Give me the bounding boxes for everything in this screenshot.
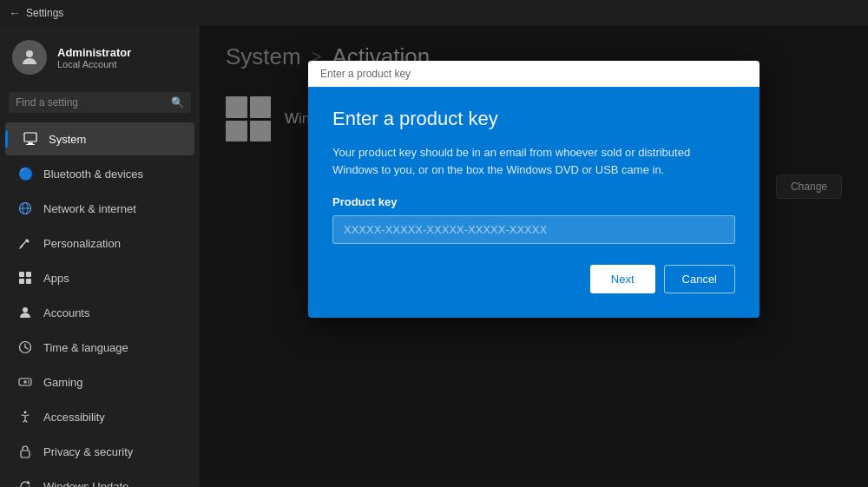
- sidebar-item-bluetooth-label: Bluetooth & devices: [43, 168, 143, 181]
- svg-rect-11: [26, 272, 31, 277]
- sidebar-item-gaming-label: Gaming: [43, 376, 83, 389]
- sidebar-item-system-label: System: [49, 133, 86, 146]
- active-indicator: [5, 130, 8, 148]
- cancel-button[interactable]: Cancel: [664, 265, 735, 293]
- svg-line-9: [20, 246, 23, 248]
- svg-rect-13: [26, 279, 31, 284]
- sidebar-item-personalization[interactable]: Personalization: [5, 227, 194, 260]
- sidebar-item-bluetooth-wrapper: 🔵 Bluetooth & devices: [0, 156, 200, 191]
- sidebar-item-accounts-wrapper: Accounts: [0, 295, 200, 330]
- svg-point-21: [28, 380, 30, 382]
- svg-point-0: [26, 50, 33, 57]
- product-key-label: Product key: [332, 195, 735, 208]
- svg-point-23: [24, 411, 27, 414]
- sidebar-item-accessibility-label: Accessibility: [43, 411, 105, 424]
- back-icon[interactable]: ←: [9, 6, 21, 20]
- svg-line-17: [25, 347, 28, 349]
- accessibility-icon: [17, 409, 33, 424]
- dialog-titlebar-text: Enter a product key: [320, 68, 411, 80]
- sidebar-item-privacy[interactable]: Privacy & security: [5, 435, 194, 468]
- content-area: System > Activation Windows 11 Pro Educa…: [200, 26, 868, 487]
- system-icon: [23, 131, 38, 147]
- svg-rect-3: [26, 144, 35, 145]
- svg-rect-24: [21, 451, 30, 457]
- title-bar-label: Settings: [26, 7, 63, 19]
- svg-rect-2: [28, 142, 33, 144]
- dialog-title: Enter a product key: [332, 108, 735, 130]
- sidebar-item-update-label: Windows Update: [43, 480, 128, 488]
- dialog-description: Your product key should be in an email f…: [332, 144, 735, 178]
- sidebar-item-personalization-wrapper: Personalization: [0, 226, 200, 260]
- gaming-icon: [17, 374, 33, 390]
- avatar: [12, 40, 47, 75]
- search-input[interactable]: [16, 96, 166, 109]
- accounts-icon: [17, 305, 33, 320]
- sidebar-item-system-wrapper: System: [0, 122, 200, 156]
- product-key-input[interactable]: [332, 215, 735, 244]
- sidebar-item-apps[interactable]: Apps: [5, 261, 194, 294]
- next-button[interactable]: Next: [590, 265, 655, 293]
- search-icon: 🔍: [171, 96, 184, 109]
- sidebar-item-accounts[interactable]: Accounts: [5, 296, 194, 329]
- svg-point-14: [23, 307, 28, 313]
- sidebar-item-gaming-wrapper: Gaming: [0, 365, 200, 399]
- sidebar-item-network-wrapper: Network & internet: [0, 191, 200, 226]
- search-box[interactable]: 🔍: [9, 92, 191, 113]
- sidebar-item-update-wrapper: Windows Update: [0, 469, 200, 487]
- sidebar-item-accounts-label: Accounts: [43, 306, 89, 319]
- sidebar-item-bluetooth[interactable]: 🔵 Bluetooth & devices: [5, 157, 194, 190]
- dialog-overlay: Enter a product key Enter a product key …: [200, 26, 868, 487]
- bluetooth-icon: 🔵: [17, 166, 33, 181]
- product-key-dialog: Enter a product key Enter a product key …: [308, 61, 760, 318]
- sidebar-item-apps-wrapper: Apps: [0, 260, 200, 295]
- sidebar-item-gaming[interactable]: Gaming: [5, 365, 194, 398]
- user-role: Local Account: [57, 59, 131, 69]
- user-section: Administrator Local Account: [0, 26, 200, 89]
- user-name: Administrator: [57, 46, 131, 59]
- sidebar-item-time-label: Time & language: [43, 341, 128, 354]
- sidebar-item-update[interactable]: Windows Update: [5, 470, 194, 487]
- title-bar: ← Settings: [0, 0, 868, 26]
- personalization-icon: [17, 235, 33, 251]
- svg-point-22: [28, 382, 30, 384]
- sidebar-item-network[interactable]: Network & internet: [5, 192, 194, 225]
- sidebar-item-apps-label: Apps: [43, 272, 69, 285]
- sidebar-item-time-wrapper: Time & language: [0, 330, 200, 365]
- user-info: Administrator Local Account: [57, 46, 131, 69]
- network-icon: [17, 201, 33, 216]
- sidebar: Administrator Local Account 🔍 System 🔵 B…: [0, 26, 200, 487]
- dialog-buttons: Next Cancel: [332, 265, 735, 293]
- privacy-icon: [17, 444, 33, 459]
- sidebar-item-time[interactable]: Time & language: [5, 331, 194, 364]
- apps-icon: [17, 270, 33, 286]
- dialog-body: Enter a product key Your product key sho…: [308, 87, 760, 318]
- sidebar-item-accessibility[interactable]: Accessibility: [5, 400, 194, 433]
- sidebar-item-privacy-wrapper: Privacy & security: [0, 434, 200, 469]
- svg-rect-10: [19, 272, 24, 277]
- update-icon: [17, 478, 33, 487]
- sidebar-item-accessibility-wrapper: Accessibility: [0, 399, 200, 434]
- svg-rect-1: [24, 133, 36, 141]
- dialog-titlebar: Enter a product key: [308, 61, 760, 87]
- sidebar-item-privacy-label: Privacy & security: [43, 445, 133, 458]
- sidebar-item-personalization-label: Personalization: [43, 237, 121, 250]
- svg-rect-12: [19, 279, 24, 284]
- sidebar-item-system[interactable]: System: [5, 122, 194, 155]
- sidebar-item-network-label: Network & internet: [43, 202, 136, 215]
- time-icon: [17, 339, 33, 355]
